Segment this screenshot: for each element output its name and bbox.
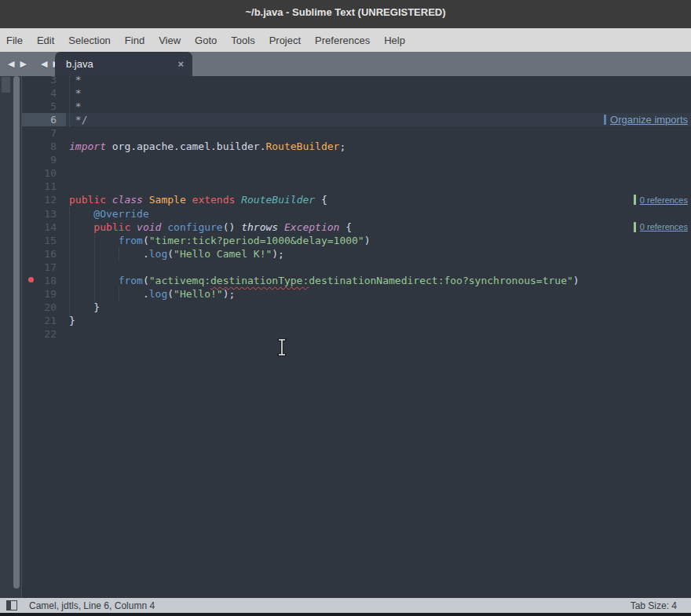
code-line-3[interactable]: * xyxy=(69,76,82,86)
menu-item-selection[interactable]: Selection xyxy=(68,35,110,46)
organize-imports-link[interactable]: Organize imports xyxy=(610,114,688,126)
menu-item-preferences[interactable]: Preferences xyxy=(315,35,370,46)
tab-nav: ◀ ▶ ◀ ▶ xyxy=(6,52,61,76)
menu-item-view[interactable]: View xyxy=(159,35,181,46)
line-number-21: 21 xyxy=(22,314,61,327)
line-number-14: 14 xyxy=(22,221,61,234)
bottom-strip xyxy=(0,613,691,616)
indent-guide xyxy=(119,247,119,261)
code-editor[interactable]: 345678910111213141516171819202122 * * * … xyxy=(0,76,691,598)
ibeam-mouse-cursor xyxy=(276,338,287,356)
tab-history-forward-icon[interactable]: ▶ xyxy=(18,52,27,76)
line-number-13: 13 xyxy=(22,207,61,221)
line-number-4: 4 xyxy=(22,86,61,100)
line-number-16: 16 xyxy=(22,247,61,261)
line-number-15: 15 xyxy=(22,234,61,247)
line-number-3: 3 xyxy=(22,76,61,86)
annotation-bar xyxy=(634,222,636,232)
menu-bar: FileEditSelectionFindViewGotoToolsProjec… xyxy=(0,28,691,52)
code-line-15[interactable]: from("timer:tick?period=1000&delay=1000"… xyxy=(69,234,371,247)
error-marker-dot xyxy=(28,277,34,282)
code-line-20[interactable]: } xyxy=(69,301,100,314)
line-number-19: 19 xyxy=(22,287,61,301)
code-line-6[interactable]: */ xyxy=(69,113,87,126)
sidebar-toggle-icon[interactable] xyxy=(6,600,17,611)
current-line-highlight xyxy=(66,113,691,126)
line-number-9: 9 xyxy=(22,153,61,166)
title-bar: ~/b.java - Sublime Text (UNREGISTERED) xyxy=(0,0,691,28)
status-text: Camel, jdtls, Line 6, Column 4 xyxy=(29,600,631,611)
line-number-20: 20 xyxy=(22,301,61,314)
tab-bar: ◀ ▶ ◀ ▶ b.java × xyxy=(0,52,691,76)
menu-item-edit[interactable]: Edit xyxy=(37,35,54,46)
references-annotation-method: 0 references xyxy=(634,221,688,234)
code-line-5[interactable]: * xyxy=(69,100,82,113)
tab-close-icon[interactable]: × xyxy=(177,58,184,70)
tab-bjava[interactable]: b.java × xyxy=(55,52,192,76)
tab-scroll-left-icon[interactable]: ◀ xyxy=(39,52,49,76)
code-line-16[interactable]: .log("Hello Camel K!"); xyxy=(69,247,284,261)
annotation-bar xyxy=(634,195,636,205)
sublime-window: ~/b.java - Sublime Text (UNREGISTERED) F… xyxy=(0,0,691,616)
indent-guide xyxy=(69,207,70,318)
status-bar: Camel, jdtls, Line 6, Column 4 Tab Size:… xyxy=(0,598,691,613)
references-link[interactable]: 0 references xyxy=(640,222,688,231)
tab-label: b.java xyxy=(66,58,177,70)
line-number-22: 22 xyxy=(22,327,61,341)
code-line-21[interactable]: } xyxy=(69,314,75,327)
line-number-11: 11 xyxy=(22,180,61,193)
code-line-13[interactable]: @Override xyxy=(69,207,149,221)
references-link[interactable]: 0 references xyxy=(640,195,688,205)
tab-history-back-icon[interactable]: ◀ xyxy=(6,52,16,76)
left-strip xyxy=(0,76,22,598)
indent-guide xyxy=(119,287,119,301)
code-line-14[interactable]: public void configure() throws Exception… xyxy=(69,221,352,234)
menu-item-project[interactable]: Project xyxy=(269,35,301,46)
line-number-5: 5 xyxy=(22,100,61,113)
references-annotation-class: 0 references xyxy=(634,193,688,206)
code-line-18[interactable]: from("activemq:destinationType:destinati… xyxy=(69,274,579,287)
indent-guide xyxy=(69,76,70,126)
line-number-10: 10 xyxy=(22,166,61,180)
line-number-12: 12 xyxy=(22,193,61,206)
window-title: ~/b.java - Sublime Text (UNREGISTERED) xyxy=(245,6,445,28)
indent-guide xyxy=(94,234,95,301)
code-line-4[interactable]: * xyxy=(69,86,82,100)
code-line-8[interactable]: import org.apache.camel.builder.RouteBui… xyxy=(69,140,346,153)
vertical-scrollbar[interactable] xyxy=(13,76,20,589)
annotation-bar xyxy=(604,115,606,125)
menu-item-goto[interactable]: Goto xyxy=(195,35,217,46)
menu-item-file[interactable]: File xyxy=(6,35,23,46)
tab-size-indicator[interactable]: Tab Size: 4 xyxy=(631,600,677,611)
line-number-6: 6 xyxy=(22,113,61,126)
organize-imports-annotation: Organize imports xyxy=(604,113,688,126)
code-line-12[interactable]: public class Sample extends RouteBuilder… xyxy=(69,193,327,206)
line-number-7: 7 xyxy=(22,126,61,140)
menu-item-find[interactable]: Find xyxy=(125,35,144,46)
scroll-top-box xyxy=(2,77,10,93)
line-number-17: 17 xyxy=(22,261,61,274)
line-number-8: 8 xyxy=(22,140,61,153)
menu-item-tools[interactable]: Tools xyxy=(231,35,254,46)
menu-item-help[interactable]: Help xyxy=(384,35,405,46)
